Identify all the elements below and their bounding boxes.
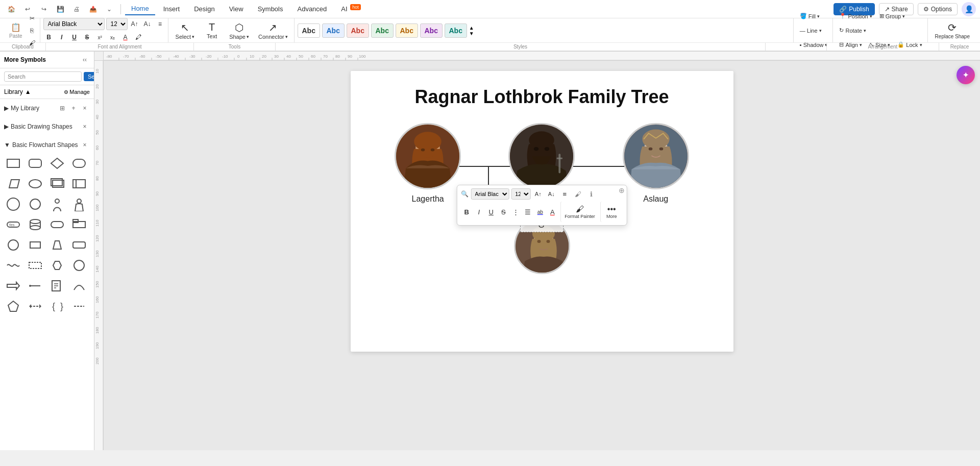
more-btn[interactable]: ⌄	[102, 2, 116, 16]
style-swatch-2[interactable]: Abc	[322, 23, 345, 38]
strikethrough-btn[interactable]: S	[82, 32, 93, 43]
superscript-btn[interactable]: x²	[94, 32, 106, 43]
popup-numbering-btn[interactable]: ☰	[522, 206, 533, 217]
style-swatch-1[interactable]: Abc	[298, 23, 320, 38]
search-input[interactable]	[4, 71, 82, 82]
underline-btn[interactable]: U	[69, 32, 80, 43]
shape-rounded-rect2[interactable]	[48, 215, 66, 234]
text-color-btn[interactable]: A	[120, 32, 131, 43]
popup-paint-icon[interactable]: 🖌	[572, 188, 583, 200]
shape-circle3[interactable]	[70, 256, 88, 275]
tab-design[interactable]: Design	[188, 3, 220, 15]
bold-btn[interactable]: B	[43, 32, 55, 43]
shape-rectangle[interactable]	[4, 154, 22, 173]
position-btn[interactable]: 📍Position▾	[836, 10, 875, 23]
child-person[interactable]: ⊕ 🔍 Arial Blac 12 A↑	[456, 218, 627, 317]
paste-btn[interactable]: 📋 Paste	[6, 20, 26, 41]
shape-dash-rect[interactable]	[26, 256, 44, 275]
copy-btn[interactable]: ⎘	[27, 25, 38, 36]
tab-ai[interactable]: AI hot	[335, 3, 366, 15]
tab-view[interactable]: View	[223, 3, 250, 15]
popup-italic-btn[interactable]: I	[473, 206, 484, 217]
shape-line[interactable]	[26, 277, 44, 295]
popup-bold-btn[interactable]: B	[461, 206, 472, 217]
decrease-font-btn[interactable]: A↓	[142, 18, 153, 30]
save-btn[interactable]: 💾	[53, 2, 67, 16]
shape-double-arrow[interactable]	[26, 297, 44, 315]
shape-dash-line[interactable]	[70, 297, 88, 315]
sidebar-collapse-btn[interactable]: ‹‹	[80, 55, 90, 65]
format-painter-btn[interactable]: 🖌 Format Painter	[560, 202, 599, 222]
style-swatch-3[interactable]: Abc	[347, 23, 369, 38]
popup-close-btn[interactable]: ⊕	[619, 186, 625, 194]
shape-double-rect[interactable]	[48, 175, 66, 193]
shape-doc[interactable]	[48, 277, 66, 295]
tab-home[interactable]: Home	[125, 3, 155, 15]
basic-drawing-header[interactable]: ▶ Basic Drawing Shapes ×	[4, 119, 90, 134]
popup-increase-font[interactable]: A↑	[532, 188, 544, 200]
basic-drawing-close-btn[interactable]: ×	[80, 121, 90, 132]
select-tool-btn[interactable]: ↖ Select ▾	[172, 20, 199, 41]
home-icon-btn[interactable]: 🏠	[4, 2, 18, 16]
ai-icon[interactable]: ✦	[957, 66, 975, 84]
subscript-btn[interactable]: x₂	[107, 32, 118, 43]
cut-btn[interactable]: ✂	[27, 13, 38, 24]
shape-parallelogram[interactable]	[4, 175, 22, 193]
style-swatch-5[interactable]: Abc	[396, 23, 418, 38]
export-btn[interactable]: 📤	[86, 2, 100, 16]
shape-ellipse[interactable]	[4, 195, 22, 213]
styles-scroll[interactable]: ▲ ▼	[469, 25, 474, 36]
tab-advanced[interactable]: Advanced	[291, 3, 333, 15]
shape-circle[interactable]	[26, 195, 44, 213]
my-library-grid-btn[interactable]: ⊞	[57, 103, 67, 113]
popup-font-select[interactable]: Arial Blac	[471, 188, 509, 200]
italic-btn[interactable]: I	[56, 32, 67, 43]
shape-rounded-corners[interactable]	[70, 154, 88, 173]
my-library-close-btn[interactable]: ×	[80, 103, 90, 113]
shape-rounded-rect[interactable]	[26, 154, 44, 173]
rotate-btn[interactable]: ↻Rotate▾	[836, 24, 869, 37]
popup-ab-btn[interactable]: ab	[534, 206, 546, 217]
shape-pentagon[interactable]	[4, 297, 22, 315]
shape-trap[interactable]	[48, 236, 66, 254]
basic-flowchart-header[interactable]: ▼ Basic Flowchart Shapes ×	[4, 138, 90, 152]
line-btn[interactable]: — Line ▾	[797, 24, 831, 37]
style-swatch-6[interactable]: Abc	[420, 23, 443, 38]
tab-symbols[interactable]: Symbols	[252, 3, 289, 15]
increase-font-btn[interactable]: A↑	[129, 18, 140, 30]
text-align-btn[interactable]: ≡	[155, 18, 166, 30]
more-options-btn[interactable]: ••• More	[600, 202, 623, 222]
basic-flowchart-close-btn[interactable]: ×	[80, 140, 90, 150]
text-tool-btn[interactable]: T Text	[200, 20, 224, 41]
search-btn[interactable]: Search	[84, 72, 94, 81]
print-btn[interactable]: 🖨	[69, 2, 84, 16]
shape-arrow-right[interactable]	[4, 277, 22, 295]
shape-person[interactable]	[48, 195, 66, 213]
popup-info-icon[interactable]: ℹ	[585, 188, 597, 200]
popup-bullet-btn[interactable]: ⋮	[510, 206, 521, 217]
font-size-select[interactable]: 12	[106, 18, 128, 30]
style-swatch-4[interactable]: Abc	[371, 23, 394, 38]
fill-btn[interactable]: 🪣 Fill ▾	[797, 10, 831, 23]
family-tree-title[interactable]: Ragnar Lothbrok Family Tree	[371, 86, 713, 108]
shape-wave[interactable]	[4, 256, 22, 275]
font-family-select[interactable]: Arial Black	[43, 18, 105, 30]
shape-person-outline[interactable]	[70, 195, 88, 213]
shape-rect-tab[interactable]	[70, 215, 88, 234]
popup-align-icon[interactable]: ≡	[559, 188, 570, 200]
popup-size-select[interactable]: 12	[511, 188, 530, 200]
my-library-header[interactable]: ▶ My Library ⊞ + ×	[4, 101, 90, 115]
shape-yes-no[interactable]: Yes	[4, 215, 22, 234]
popup-font-color-btn[interactable]: A	[547, 206, 558, 217]
tab-insert[interactable]: Insert	[157, 3, 186, 15]
shape-rect-rounded[interactable]	[70, 236, 88, 254]
shape-tool-btn[interactable]: ⬡ Shape ▾	[225, 20, 253, 41]
shape-striped[interactable]	[70, 175, 88, 193]
canvas[interactable]: Ragnar Lothbrok Family Tree	[104, 61, 980, 450]
shape-rect-small[interactable]	[26, 236, 44, 254]
shape-curve[interactable]	[70, 277, 88, 295]
shape-hexagon-h[interactable]	[48, 256, 66, 275]
popup-decrease-font[interactable]: A↓	[546, 188, 557, 200]
shape-bracket[interactable]: {}	[48, 297, 66, 315]
connector-tool-btn[interactable]: ↗ Connector ▾	[254, 20, 292, 41]
